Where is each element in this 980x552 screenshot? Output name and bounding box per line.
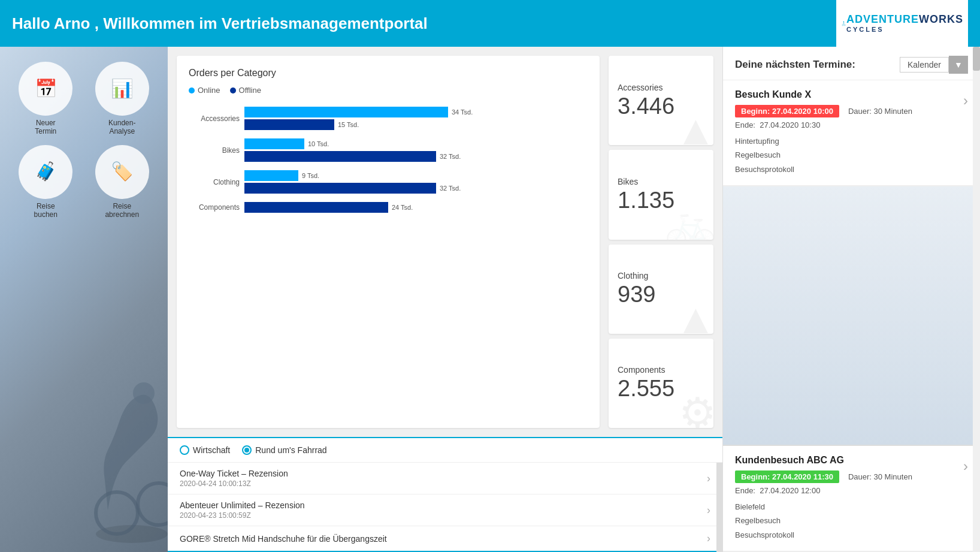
- appt-end-1: Ende: 27.04.2020 10:30: [735, 120, 963, 129]
- svg-line-2: [843, 22, 843, 23]
- appt-start-badge-1: Beginn: 27.04.2020 10:00: [735, 105, 839, 117]
- radio-rund-fahrrad-label: Rund um's Fahrrad: [255, 445, 326, 455]
- bars-clothing: 9 Tsd. 32 Tsd.: [244, 170, 588, 194]
- legend-online-label: Online: [198, 86, 220, 95]
- header-greeting: Hallo Arno , Willkommen im Vertriebsmana…: [12, 14, 428, 33]
- news-item-3[interactable]: GORE® Stretch Mid Handschuhe für die Übe…: [168, 526, 722, 552]
- action-reise-abrechnen[interactable]: 🏷️ Reiseabrechnen: [89, 145, 156, 219]
- header: Hallo Arno , Willkommen im Vertriebsmana…: [0, 0, 980, 47]
- appt-detail-1-2: Besuchsprotokoll: [735, 162, 963, 176]
- bars-components: 24 Tsd.: [244, 202, 588, 213]
- radio-rund-fahrrad-circle: [242, 445, 252, 455]
- news-item-2[interactable]: Abenteuer Unlimited – Rezension 2020-04-…: [168, 494, 722, 526]
- appt-start-badge-2: Beginn: 27.04.2020 11:30: [735, 470, 839, 483]
- cyclist-silhouette: [60, 342, 168, 552]
- news-title-3: GORE® Stretch Mid Handschuhe für die Übe…: [180, 534, 707, 544]
- action-reise-buchen[interactable]: 🧳 Reisebuchen: [12, 145, 80, 219]
- chart-title: Orders per Category: [189, 68, 588, 79]
- neuer-termin-label: NeuerTermin: [35, 119, 56, 136]
- news-chevron-1: ›: [707, 472, 710, 485]
- bar-online-clothing-val: 9 Tsd.: [302, 172, 319, 179]
- bar-offline-accessories-val: 15 Tsd.: [338, 121, 359, 128]
- bar-row-accessories: Accessories 34 Tsd. 15 Tsd.: [189, 107, 588, 130]
- news-title-1: One-Way Ticket – Rezension: [180, 469, 707, 478]
- action-neuer-termin[interactable]: 📅 NeuerTermin: [12, 62, 80, 136]
- appt-chevron-1[interactable]: ›: [963, 89, 968, 109]
- stat-label-clothing: Clothing: [618, 271, 704, 280]
- chart-and-stats: Orders per Category Online Offline Acces…: [168, 47, 722, 437]
- legend-offline-label: Offline: [239, 86, 261, 95]
- stats-column: Accessories 3.446 ▲ Bikes 1.135 🚲 Clothi…: [609, 56, 713, 428]
- right-panel: Deine nächsten Termine: Kalender ▼ Besuc…: [722, 47, 980, 552]
- bar-offline-clothing: 32 Tsd.: [244, 183, 588, 194]
- stat-label-bikes: Bikes: [618, 177, 704, 186]
- appointments-empty-area: [723, 186, 980, 445]
- radio-rund-fahrrad[interactable]: Rund um's Fahrrad: [242, 445, 326, 455]
- bar-row-clothing: Clothing 9 Tsd. 32 Tsd.: [189, 170, 588, 194]
- svg-point-9: [133, 382, 155, 404]
- offline-dot: [230, 88, 236, 93]
- radio-wirtschaft[interactable]: Wirtschaft: [180, 445, 230, 455]
- news-title-2: Abenteuer Unlimited – Rezension: [180, 500, 707, 510]
- appointment-card-2: Kundenbesuch ABC AG Beginn: 27.04.2020 1…: [723, 445, 980, 552]
- stat-card-accessories: Accessories 3.446 ▲: [609, 56, 713, 145]
- online-dot: [189, 88, 195, 93]
- kunden-analyse-label: Kunden-Analyse: [108, 119, 135, 136]
- news-list-container: One-Way Ticket – Rezension 2020-04-24 10…: [168, 463, 722, 552]
- bar-label-bikes: Bikes: [189, 146, 240, 155]
- right-scrollbar[interactable]: [973, 47, 980, 552]
- reise-abrechnen-label: Reiseabrechnen: [105, 202, 139, 219]
- news-date-1: 2020-04-24 10:00:13Z: [180, 479, 707, 488]
- appointments-header: Deine nächsten Termine: Kalender ▼: [723, 47, 980, 80]
- bar-offline-components-fill: [244, 202, 388, 213]
- news-item-1[interactable]: One-Way Ticket – Rezension 2020-04-24 10…: [168, 463, 722, 494]
- appointments-title: Deine nächsten Termine:: [735, 59, 855, 71]
- appt-details-2: Bielefeld Regelbesuch Besuchsprotokoll: [735, 500, 963, 542]
- logo-icon: [841, 7, 846, 40]
- bar-online-accessories-val: 34 Tsd.: [452, 108, 473, 116]
- news-content-1: One-Way Ticket – Rezension 2020-04-24 10…: [180, 469, 707, 488]
- right-scrollbar-thumb: [973, 47, 980, 71]
- scrollbar-news: [716, 463, 722, 552]
- stat-card-bikes: Bikes 1.135 🚲: [609, 150, 713, 239]
- bar-label-accessories: Accessories: [189, 114, 240, 123]
- bar-offline-bikes-val: 32 Tsd.: [440, 153, 461, 160]
- bar-online-clothing-fill: [244, 170, 298, 181]
- bar-offline-clothing-val: 32 Tsd.: [440, 185, 461, 192]
- bar-online-clothing: 9 Tsd.: [244, 170, 588, 181]
- bar-offline-bikes: 32 Tsd.: [244, 151, 588, 162]
- bar-offline-bikes-fill: [244, 151, 436, 162]
- svg-point-11: [138, 483, 168, 525]
- bar-offline-accessories: 15 Tsd.: [244, 119, 588, 130]
- logo-adventure: ADVENTURE: [846, 13, 919, 25]
- tag-icon: 🏷️: [111, 161, 133, 182]
- bar-offline-components-val: 24 Tsd.: [392, 204, 413, 211]
- kalender-arrow-icon[interactable]: ▼: [949, 56, 968, 74]
- chart-icon: 📊: [111, 78, 133, 99]
- news-content-2: Abenteuer Unlimited – Rezension 2020-04-…: [180, 500, 707, 520]
- legend-online: Online: [189, 86, 220, 95]
- appt-end-label-1: Ende:: [735, 120, 755, 129]
- logo-works: WORKS: [919, 13, 963, 25]
- bar-label-clothing: Clothing: [189, 178, 240, 186]
- main-content: 📅 NeuerTermin 📊 Kunden-Analyse 🧳 Reisebu…: [0, 47, 980, 552]
- left-panel: 📅 NeuerTermin 📊 Kunden-Analyse 🧳 Reisebu…: [0, 47, 168, 552]
- radio-wirtschaft-label: Wirtschaft: [193, 445, 230, 455]
- legend-offline: Offline: [230, 86, 261, 95]
- chart-card: Orders per Category Online Offline Acces…: [177, 56, 600, 428]
- bar-row-components: Components 24 Tsd.: [189, 202, 588, 213]
- news-date-2: 2020-04-23 15:00:59Z: [180, 511, 707, 520]
- reise-buchen-label: Reisebuchen: [34, 202, 58, 219]
- appt-detail-1-0: Hintertupfing: [735, 134, 963, 148]
- svg-point-0: [843, 21, 845, 22]
- appt-chevron-2[interactable]: ›: [963, 455, 968, 475]
- svg-point-6: [842, 24, 843, 25]
- bar-offline-clothing-fill: [244, 183, 436, 194]
- stat-label-components: Components: [618, 365, 704, 375]
- news-list: One-Way Ticket – Rezension 2020-04-24 10…: [168, 463, 722, 552]
- kalender-button[interactable]: Kalender ▼: [900, 56, 968, 74]
- bar-label-components: Components: [189, 203, 240, 212]
- action-kunden-analyse[interactable]: 📊 Kunden-Analyse: [89, 62, 156, 136]
- news-content-3: GORE® Stretch Mid Handschuhe für die Übe…: [180, 534, 707, 544]
- appt-details-1: Hintertupfing Regelbesuch Besuchsprotoko…: [735, 134, 963, 176]
